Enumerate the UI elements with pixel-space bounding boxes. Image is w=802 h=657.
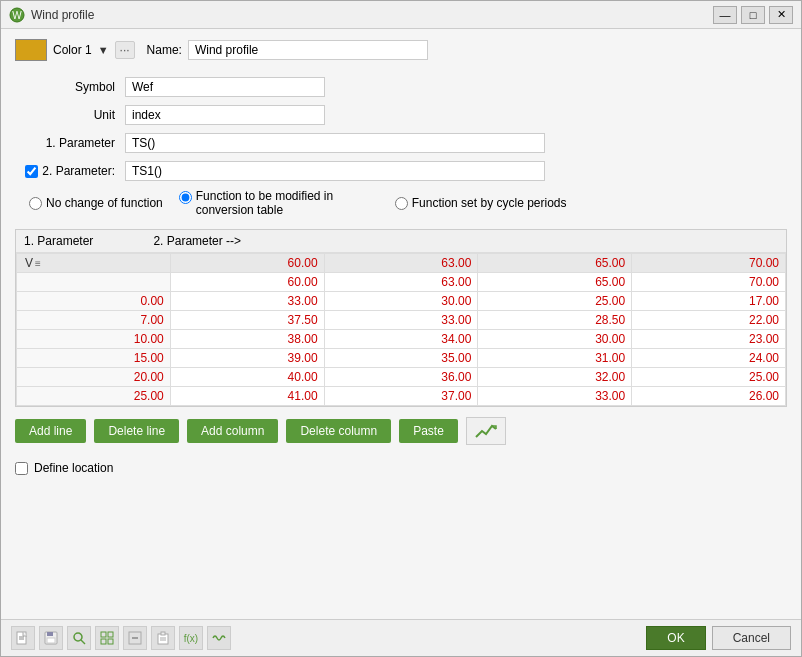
- row-v-cell[interactable]: 15.00: [17, 349, 171, 368]
- radio-conversion-label: Function to be modified in conversion ta…: [196, 189, 379, 217]
- svg-line-9: [81, 640, 85, 644]
- row-data-cell[interactable]: 32.00: [478, 368, 632, 387]
- radio-no-change-input[interactable]: [29, 197, 42, 210]
- param2-row: 2. Parameter:: [15, 161, 787, 181]
- delete-line-button[interactable]: Delete line: [94, 419, 179, 443]
- col-header-2[interactable]: 63.00: [324, 254, 478, 273]
- main-content: Color 1 ▼ ··· Name: Symbol Unit 1. Param…: [1, 29, 801, 619]
- row-data-cell[interactable]: 63.00: [324, 273, 478, 292]
- row-data-cell[interactable]: 41.00: [170, 387, 324, 406]
- col-header-3[interactable]: 65.00: [478, 254, 632, 273]
- row-data-cell[interactable]: 33.00: [324, 311, 478, 330]
- name-input[interactable]: [188, 40, 428, 60]
- row-data-cell[interactable]: 26.00: [632, 387, 786, 406]
- param1-label: 1. Parameter: [15, 136, 125, 150]
- wave-icon: [212, 631, 226, 645]
- delete-column-button[interactable]: Delete column: [286, 419, 391, 443]
- table-row: 20.0040.0036.0032.0025.00: [17, 368, 786, 387]
- row-data-cell[interactable]: 37.50: [170, 311, 324, 330]
- param2-input[interactable]: [125, 161, 545, 181]
- svg-rect-7: [47, 638, 55, 643]
- unit-input[interactable]: [125, 105, 325, 125]
- row-v-cell[interactable]: 20.00: [17, 368, 171, 387]
- save-icon: [44, 631, 58, 645]
- dialog-buttons: OK Cancel: [646, 626, 791, 650]
- row-data-cell[interactable]: 23.00: [632, 330, 786, 349]
- toolbar-clipboard-icon[interactable]: [151, 626, 175, 650]
- row-data-cell[interactable]: 39.00: [170, 349, 324, 368]
- cancel-button[interactable]: Cancel: [712, 626, 791, 650]
- maximize-button[interactable]: □: [741, 6, 765, 24]
- toolbar-save-icon[interactable]: [39, 626, 63, 650]
- table-row: 0.0033.0030.0025.0017.00: [17, 292, 786, 311]
- param1-input[interactable]: [125, 133, 545, 153]
- radio-cycle-label: Function set by cycle periods: [412, 196, 567, 210]
- radio-cycle-input[interactable]: [395, 197, 408, 210]
- row-v-cell[interactable]: [17, 273, 171, 292]
- table-header: 1. Parameter 2. Parameter -->: [16, 230, 786, 253]
- close-button[interactable]: ✕: [769, 6, 793, 24]
- toolbar-minus-icon[interactable]: [123, 626, 147, 650]
- toolbar-new-icon[interactable]: [11, 626, 35, 650]
- add-column-button[interactable]: Add column: [187, 419, 278, 443]
- param2-checkbox[interactable]: [25, 165, 38, 178]
- paste-button[interactable]: Paste: [399, 419, 458, 443]
- col-header-1[interactable]: 60.00: [170, 254, 324, 273]
- row-data-cell[interactable]: 17.00: [632, 292, 786, 311]
- row-v-cell[interactable]: 7.00: [17, 311, 171, 330]
- row-data-cell[interactable]: 31.00: [478, 349, 632, 368]
- ok-button[interactable]: OK: [646, 626, 705, 650]
- row-data-cell[interactable]: 25.00: [478, 292, 632, 311]
- toolbar-grid-icon[interactable]: [95, 626, 119, 650]
- toolbar-search-icon[interactable]: [67, 626, 91, 650]
- toolbar-wave-icon[interactable]: [207, 626, 231, 650]
- row-v-cell[interactable]: 0.00: [17, 292, 171, 311]
- row-data-cell[interactable]: 34.00: [324, 330, 478, 349]
- table-param2-header: 2. Parameter -->: [153, 234, 241, 248]
- title-text: Wind profile: [31, 8, 94, 22]
- row-v-cell[interactable]: 25.00: [17, 387, 171, 406]
- row-data-cell[interactable]: 30.00: [324, 292, 478, 311]
- row-data-cell[interactable]: 33.00: [170, 292, 324, 311]
- data-table-container: 1. Parameter 2. Parameter --> V ≡ 60.00 …: [15, 229, 787, 407]
- svg-rect-11: [108, 632, 113, 637]
- row-data-cell[interactable]: 40.00: [170, 368, 324, 387]
- color-more-button[interactable]: ···: [115, 41, 135, 59]
- new-document-icon: [16, 631, 30, 645]
- row-data-cell[interactable]: 70.00: [632, 273, 786, 292]
- radio-conversion[interactable]: Function to be modified in conversion ta…: [179, 189, 379, 217]
- define-location-checkbox[interactable]: [15, 462, 28, 475]
- chart-button[interactable]: [466, 417, 506, 445]
- grid-icon: [100, 631, 114, 645]
- radio-cycle[interactable]: Function set by cycle periods: [395, 196, 567, 210]
- wind-profile-window: W Wind profile — □ ✕ Color 1 ▼ ··· Name:…: [0, 0, 802, 657]
- row-data-cell[interactable]: 60.00: [170, 273, 324, 292]
- symbol-row: Symbol: [15, 77, 787, 97]
- title-controls: — □ ✕: [713, 6, 793, 24]
- row-data-cell[interactable]: 22.00: [632, 311, 786, 330]
- row-data-cell[interactable]: 25.00: [632, 368, 786, 387]
- row-data-cell[interactable]: 38.00: [170, 330, 324, 349]
- row-data-cell[interactable]: 33.00: [478, 387, 632, 406]
- table-body: 60.0063.0065.0070.000.0033.0030.0025.001…: [17, 273, 786, 406]
- row-data-cell[interactable]: 36.00: [324, 368, 478, 387]
- symbol-input[interactable]: [125, 77, 325, 97]
- row-data-cell[interactable]: 65.00: [478, 273, 632, 292]
- radio-no-change-label: No change of function: [46, 196, 163, 210]
- add-line-button[interactable]: Add line: [15, 419, 86, 443]
- app-icon: W: [9, 7, 25, 23]
- color-swatch[interactable]: [15, 39, 47, 61]
- row-data-cell[interactable]: 30.00: [478, 330, 632, 349]
- row-data-cell[interactable]: 35.00: [324, 349, 478, 368]
- row-v-cell[interactable]: 10.00: [17, 330, 171, 349]
- col-header-4[interactable]: 70.00: [632, 254, 786, 273]
- color-dropdown[interactable]: ▼: [98, 44, 109, 56]
- title-bar-left: W Wind profile: [9, 7, 94, 23]
- minimize-button[interactable]: —: [713, 6, 737, 24]
- radio-conversion-input[interactable]: [179, 191, 192, 204]
- radio-no-change[interactable]: No change of function: [29, 196, 163, 210]
- row-data-cell[interactable]: 28.50: [478, 311, 632, 330]
- row-data-cell[interactable]: 37.00: [324, 387, 478, 406]
- toolbar-function-icon[interactable]: f(x): [179, 626, 203, 650]
- row-data-cell[interactable]: 24.00: [632, 349, 786, 368]
